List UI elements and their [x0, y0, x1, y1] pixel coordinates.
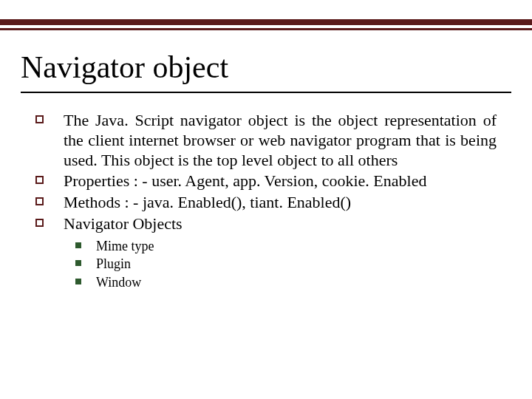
- sub-bullet-item: Window: [75, 273, 497, 291]
- bullet-item: Methods : - java. Enabled(), tiant. Enab…: [35, 193, 497, 213]
- slide-title: Navigator object: [21, 50, 228, 84]
- bullet-text: Properties : - user. Agent, app. Version…: [64, 171, 426, 190]
- sub-bullet-item: Plugin: [75, 255, 497, 273]
- sub-bullet-item: Mime type: [75, 237, 497, 255]
- bullet-text: Navigator Objects: [64, 214, 183, 233]
- title-underline: [21, 92, 511, 93]
- slide-body: The Java. Script navigator object is the…: [35, 111, 497, 291]
- bullet-item: The Java. Script navigator object is the…: [35, 111, 497, 170]
- sub-bullet-text: Mime type: [96, 239, 154, 253]
- sub-bullet-text: Window: [96, 275, 141, 290]
- bullet-list: The Java. Script navigator object is the…: [35, 111, 497, 234]
- top-rule-thin: [0, 28, 532, 30]
- sub-bullet-list: Mime type Plugin Window: [75, 237, 497, 291]
- bullet-item: Properties : - user. Agent, app. Version…: [35, 171, 497, 191]
- sub-bullet-text: Plugin: [96, 256, 131, 271]
- bullet-item: Navigator Objects: [35, 214, 497, 234]
- bullet-text: Methods : - java. Enabled(), tiant. Enab…: [64, 193, 351, 211]
- top-rule-thick: [0, 19, 532, 25]
- bullet-text: The Java. Script navigator object is the…: [64, 111, 497, 169]
- slide: Navigator object The Java. Script naviga…: [0, 0, 532, 399]
